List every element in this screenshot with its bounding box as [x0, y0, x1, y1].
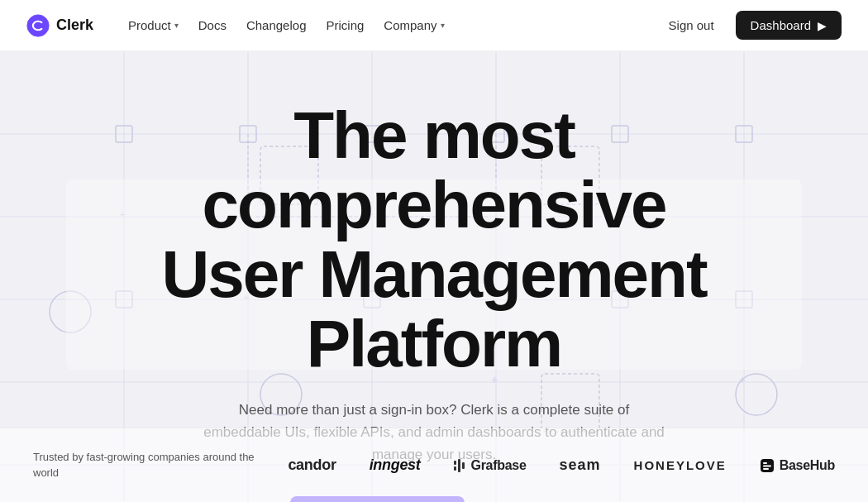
svg-rect-38 [458, 459, 460, 472]
logo[interactable]: Clerk [26, 14, 93, 37]
logo-text: Clerk [56, 17, 93, 34]
nav-changelog[interactable]: Changelog [238, 13, 315, 37]
nav-pricing[interactable]: Pricing [317, 13, 372, 37]
grafbase-icon [454, 459, 467, 472]
svg-rect-37 [454, 466, 456, 471]
hero-title: The most comprehensive User Management P… [79, 101, 789, 379]
svg-rect-43 [763, 468, 769, 470]
hero-section: + + + + + + The most comprehensive User … [0, 51, 868, 502]
dashboard-arrow-icon: ▶ [818, 19, 827, 32]
product-chevron-icon: ▾ [174, 21, 179, 30]
nav-docs[interactable]: Docs [190, 13, 235, 37]
nav-product[interactable]: Product ▾ [120, 13, 187, 37]
logo-candor: candor [288, 457, 336, 474]
logo-grafbase: Grafbase [454, 458, 527, 473]
logos-list: candor inngest Grafbase seam [288, 457, 835, 474]
dashboard-button[interactable]: Dashboard ▶ [736, 11, 842, 40]
logo-seam: seam [560, 457, 601, 474]
logos-tagline: Trusted by fast-growing companies around… [33, 450, 255, 480]
clerk-logo-icon [26, 14, 50, 37]
logo-honeylove: HONEYLOVE [634, 458, 727, 472]
logo-basehub: BaseHub [760, 458, 835, 473]
basehub-icon [760, 458, 775, 473]
svg-rect-42 [763, 465, 771, 466]
svg-rect-39 [462, 462, 465, 469]
svg-rect-36 [454, 461, 456, 465]
nav-links: Product ▾ Docs Changelog Pricing Company… [120, 13, 453, 37]
nav-left: Clerk Product ▾ Docs Changelog Pricing C… [26, 13, 453, 37]
svg-point-0 [27, 14, 49, 36]
logo-inngest: inngest [370, 457, 421, 474]
company-chevron-icon: ▾ [441, 21, 445, 30]
sign-out-button[interactable]: Sign out [661, 13, 723, 37]
logos-strip: Trusted by fast-growing companies around… [0, 428, 868, 502]
navigation: Clerk Product ▾ Docs Changelog Pricing C… [0, 0, 868, 51]
svg-rect-41 [763, 462, 767, 464]
nav-company[interactable]: Company ▾ [375, 13, 452, 37]
nav-right: Sign out Dashboard ▶ [661, 11, 842, 40]
